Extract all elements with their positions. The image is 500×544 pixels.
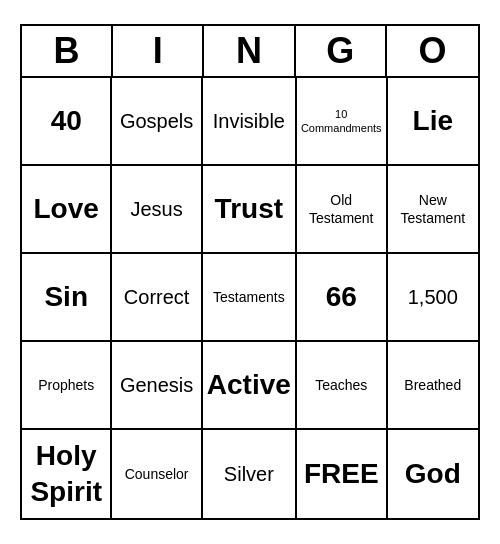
bingo-cell: Invisible: [203, 78, 297, 166]
bingo-cell: Breathed: [388, 342, 478, 430]
bingo-cell: FREE: [297, 430, 388, 518]
bingo-cell: God: [388, 430, 478, 518]
bingo-cell: Prophets: [22, 342, 112, 430]
bingo-cell: Jesus: [112, 166, 202, 254]
bingo-cell: New Testament: [388, 166, 478, 254]
bingo-cell: Active: [203, 342, 297, 430]
bingo-cell: Correct: [112, 254, 202, 342]
header-letter: G: [296, 26, 387, 76]
bingo-cell: Trust: [203, 166, 297, 254]
bingo-cell: Love: [22, 166, 112, 254]
bingo-cell: 1,500: [388, 254, 478, 342]
bingo-cell: 40: [22, 78, 112, 166]
bingo-header: BINGO: [22, 26, 478, 78]
bingo-card: BINGO 40GospelsInvisible10 CommandmentsL…: [20, 24, 480, 520]
bingo-cell: Counselor: [112, 430, 202, 518]
bingo-cell: Lie: [388, 78, 478, 166]
bingo-cell: 66: [297, 254, 388, 342]
bingo-grid: 40GospelsInvisible10 CommandmentsLieLove…: [22, 78, 478, 518]
bingo-cell: Sin: [22, 254, 112, 342]
header-letter: N: [204, 26, 295, 76]
header-letter: B: [22, 26, 113, 76]
bingo-cell: 10 Commandments: [297, 78, 388, 166]
header-letter: O: [387, 26, 478, 76]
header-letter: I: [113, 26, 204, 76]
bingo-cell: Holy Spirit: [22, 430, 112, 518]
bingo-cell: Old Testament: [297, 166, 388, 254]
bingo-cell: Silver: [203, 430, 297, 518]
bingo-cell: Genesis: [112, 342, 202, 430]
bingo-cell: Teaches: [297, 342, 388, 430]
bingo-cell: Gospels: [112, 78, 202, 166]
bingo-cell: Testaments: [203, 254, 297, 342]
